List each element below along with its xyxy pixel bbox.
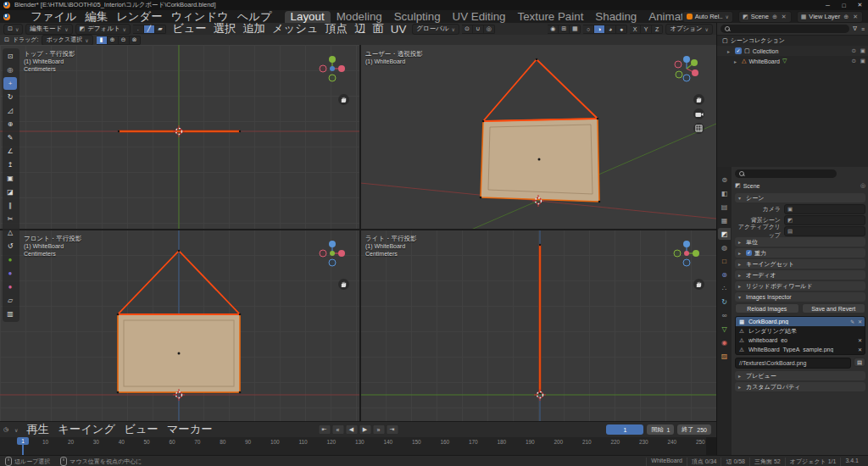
tab-object[interactable]: □ xyxy=(718,255,731,267)
close-button[interactable]: ✕ xyxy=(852,0,868,10)
tool-poly-build[interactable]: △ xyxy=(3,226,17,239)
workspace-tab[interactable]: Modeling xyxy=(331,11,388,23)
next-keyframe-button[interactable]: » xyxy=(372,424,385,435)
image-path-field[interactable]: //Textures\CorkBoard.png xyxy=(735,358,851,369)
panel-header[interactable]: ▸ ✓ キーイングセット xyxy=(735,259,865,269)
tab-tool[interactable]: ⊚ xyxy=(718,174,731,186)
workspace-tab[interactable]: Shading xyxy=(589,11,643,23)
edge-select-mode[interactable]: ╱ xyxy=(144,25,155,34)
pan-hand-icon[interactable] xyxy=(693,279,704,290)
display-options-icon[interactable]: ≡ xyxy=(860,26,865,32)
tab-particles[interactable]: ∴ xyxy=(718,282,731,294)
expand-icon[interactable]: ▸ xyxy=(727,48,732,54)
shading-solid-icon[interactable]: ◑ xyxy=(594,25,605,34)
play-button[interactable]: ▶ xyxy=(359,424,371,435)
navigation-gizmo[interactable] xyxy=(671,238,702,269)
menu-item[interactable]: ファイル xyxy=(26,10,81,23)
image-list-item[interactable]: ⚠ レンダリング結果 ✎ ✕ xyxy=(736,326,865,336)
tab-texture[interactable]: ▨ xyxy=(718,350,731,362)
jump-to-start-button[interactable]: ⇤ xyxy=(318,424,331,435)
outliner-row-collection[interactable]: ▸ ✓ ▢ Collection ⊙ ▣ xyxy=(717,46,868,56)
pin-id-icon[interactable]: ◎ xyxy=(860,182,865,189)
panel-header[interactable]: ▸ ✓ 単位 xyxy=(735,237,865,247)
outliner-search-input[interactable] xyxy=(732,26,845,32)
view-layer-selector[interactable]: ▦ View Layer ⊕ ✕ xyxy=(797,11,863,23)
new-view-layer-button[interactable]: ⊕ xyxy=(843,14,849,20)
disable-in-renders-icon[interactable]: ▣ xyxy=(860,47,865,54)
current-frame-field[interactable]: 1 xyxy=(606,424,643,435)
hide-in-viewport-icon[interactable]: ⊙ xyxy=(851,47,855,54)
tool-rip-region[interactable]: ▥ xyxy=(3,308,17,320)
play-reverse-button[interactable]: ◀ xyxy=(345,424,358,435)
remove-view-layer-button[interactable]: ✕ xyxy=(852,14,859,20)
panel-header[interactable]: ▸ ✓ リジッドボディワールド xyxy=(735,281,865,291)
tab-scene[interactable]: ◩ xyxy=(718,228,731,240)
vertex-select-mode[interactable]: ∙ xyxy=(133,25,144,34)
workspace-tab[interactable]: Animation xyxy=(643,11,682,23)
pan-hand-icon[interactable] xyxy=(338,279,349,290)
frame-start-field[interactable]: 開始 1 xyxy=(647,424,674,435)
transform-pivot-icon[interactable]: ⊙ xyxy=(462,25,473,34)
pan-hand-icon[interactable] xyxy=(338,94,349,105)
workspace-tab[interactable]: Sculpting xyxy=(388,11,447,23)
image-list-item[interactable]: ▦ CorkBoard.png ✎ ✕ xyxy=(736,317,865,326)
workspace-tab[interactable]: Layout xyxy=(285,11,331,23)
tab-constraints[interactable]: ∞ xyxy=(718,309,731,321)
tool-shrink-fatten[interactable]: ● xyxy=(3,280,17,293)
proportional-edit-icon[interactable]: ◎ xyxy=(484,25,495,34)
xray-toggle-icon[interactable]: ▦ xyxy=(570,25,581,34)
tool-scale[interactable]: ◿ xyxy=(3,104,17,117)
timeline-menu[interactable]: マーカー xyxy=(164,422,216,437)
jump-to-end-button[interactable]: ⇥ xyxy=(386,424,398,435)
disable-in-renders-icon[interactable]: ▣ xyxy=(860,58,865,64)
tool-knife[interactable]: ✂ xyxy=(3,213,17,225)
properties-search[interactable] xyxy=(735,169,837,178)
mode-selector[interactable]: 編集モード ∨ xyxy=(25,24,72,35)
tool-annotate[interactable]: ✎ xyxy=(3,131,17,144)
panel-header[interactable]: ▸ ✓ 重力 xyxy=(735,248,865,258)
tool-inset[interactable]: ▣ xyxy=(3,172,17,185)
image-list-item[interactable]: ⚠ whiteboard_eo ✎ ✕ xyxy=(736,336,865,345)
show-gizmo-icon[interactable]: ◉ xyxy=(548,25,559,34)
tab-output[interactable]: ▤ xyxy=(718,201,731,213)
editor-type-selector[interactable]: ⊡ ∨ xyxy=(3,24,23,35)
menu-item[interactable]: レンダー xyxy=(112,10,166,23)
face-select-mode[interactable]: ▰ xyxy=(155,25,166,34)
playhead[interactable]: 1 xyxy=(22,437,24,456)
auto-pack-dropdown[interactable]: Auto Rel.. ∨ xyxy=(682,11,733,23)
maximize-button[interactable]: □ xyxy=(836,0,852,10)
tab-physics[interactable]: ↻ xyxy=(718,296,731,308)
tool-spin[interactable]: ↺ xyxy=(3,240,17,252)
remove-image-icon[interactable]: ✕ xyxy=(858,347,862,352)
minimize-button[interactable]: ─ xyxy=(820,0,836,10)
outliner-row-whiteboard[interactable]: ▸ △ WhiteBoard ▽ ⊙ ▣ xyxy=(717,56,868,66)
tool-measure[interactable]: ∠ xyxy=(3,145,17,158)
workspace-tab[interactable]: Texture Paint xyxy=(512,11,590,23)
mirror-axis-button[interactable]: Y xyxy=(641,25,652,34)
save-and-revert-button[interactable]: Save and Revert xyxy=(802,303,866,313)
menu-item[interactable]: 編集 xyxy=(81,10,113,23)
tool-move[interactable]: + xyxy=(3,77,17,90)
image-list-item[interactable]: ⚠ WhiteBoard_TypeA_sample.png ✎ ✕ xyxy=(736,345,865,354)
reload-images-button[interactable]: Reload Images xyxy=(735,303,799,313)
edit-image-icon[interactable]: ✎ xyxy=(850,319,854,325)
playhead-frame-badge[interactable]: 1 xyxy=(17,437,29,445)
active-tool-selector[interactable]: ボックス選択 ∨ xyxy=(42,35,92,46)
tool-bevel[interactable]: ◪ xyxy=(3,186,17,198)
remove-image-icon[interactable]: ✕ xyxy=(858,319,862,325)
mirror-axis-button[interactable]: X xyxy=(630,25,641,34)
prev-keyframe-button[interactable]: « xyxy=(331,424,344,435)
timeline-menu[interactable]: 再生 xyxy=(24,422,53,437)
tool-randomize[interactable]: ● xyxy=(3,267,17,280)
mirror-axis-button[interactable]: Z xyxy=(652,25,663,34)
blender-menu-icon[interactable] xyxy=(3,14,10,20)
panel-header-images-inspector[interactable]: ▾ Images Inspector xyxy=(735,292,865,302)
menu-item[interactable]: ウィンドウ xyxy=(166,10,232,23)
viewport-scene[interactable] xyxy=(0,45,716,421)
panel-header[interactable]: ▸ プレビュー xyxy=(735,371,865,380)
shading-rendered-icon[interactable]: ● xyxy=(616,25,627,34)
expand-icon[interactable]: ▸ xyxy=(734,58,739,64)
options-dropdown[interactable]: オプション ∨ xyxy=(665,24,713,35)
panel-header-scene[interactable]: ▾ シーン xyxy=(735,193,865,202)
viewport-canvas[interactable]: トップ・平行投影 (1) WhiteBoard Centimeters ユーザー… xyxy=(0,45,716,421)
